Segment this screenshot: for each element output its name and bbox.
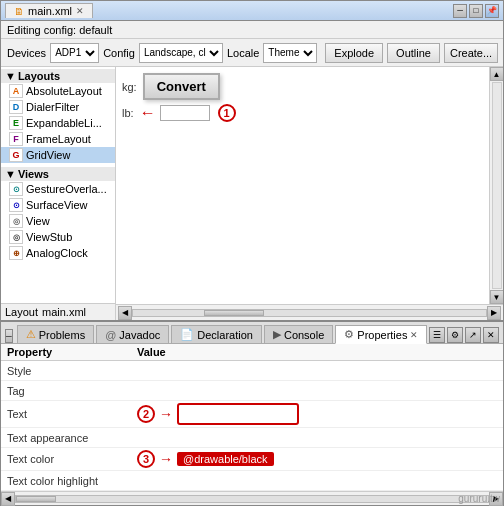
tab-ctrl-1[interactable]: ☰ <box>429 327 445 343</box>
textcolor-arrow-icon: → <box>159 451 173 467</box>
textcolorhighlight-prop-name: Text color highlight <box>7 475 137 487</box>
devices-label: Devices <box>7 47 46 59</box>
lb-annotation-row: ← 1 <box>140 104 236 122</box>
sidebar-item-analogclock[interactable]: ⊕ AnalogClock <box>1 245 115 261</box>
sidebar-item-gridview[interactable]: G GridView <box>1 147 115 163</box>
devices-select[interactable]: ADP1 <box>50 43 99 63</box>
text-prop-input[interactable] <box>183 406 293 422</box>
outline-button[interactable]: Outline <box>387 43 440 63</box>
text-prop-input-box <box>177 403 299 425</box>
tab-controls: ☰ ⚙ ↗ ✕ <box>429 327 499 343</box>
scroll-left-button[interactable]: ◀ <box>118 306 132 320</box>
viewstub-label: ViewStub <box>26 231 72 243</box>
framelayout-label: FrameLayout <box>26 133 91 145</box>
tab-declaration[interactable]: 📄 Declaration <box>171 325 262 343</box>
framelayout-icon: F <box>9 132 23 146</box>
lb-input[interactable] <box>160 105 210 121</box>
text-annotation-row: 2 → <box>137 403 299 425</box>
editor-content: kg: Convert lb: ← 1 <box>116 67 503 304</box>
gestureoverlay-label: GestureOverla... <box>26 183 107 195</box>
text-prop-name: Text <box>7 408 137 420</box>
annotation-3: 3 <box>137 450 155 468</box>
title-tab[interactable]: 🗎 main.xml ✕ <box>5 3 93 18</box>
collapse-icon: ▼ <box>5 70 16 82</box>
layout-footer-label: Layout <box>5 306 38 318</box>
sidebar-item-framelayout[interactable]: F FrameLayout <box>1 131 115 147</box>
sidebar-item-surfaceview[interactable]: ⊙ SurfaceView <box>1 197 115 213</box>
views-section: ▼ Views ⊙ GestureOverla... ⊙ SurfaceView… <box>1 165 115 263</box>
gridview-icon: G <box>9 148 23 162</box>
analogclock-icon: ⊕ <box>9 246 23 260</box>
console-tab-icon: ▶ <box>273 328 281 341</box>
views-header[interactable]: ▼ Views <box>1 167 115 181</box>
declaration-tab-icon: 📄 <box>180 328 194 341</box>
scroll-down-button[interactable]: ▼ <box>490 290 504 304</box>
vertical-scrollbar: ▲ ▼ <box>489 67 503 304</box>
editing-config-label: Editing config: default <box>7 24 112 36</box>
pin-button[interactable]: 📌 <box>485 4 499 18</box>
sidebar-item-absolutelayout[interactable]: A AbsoluteLayout <box>1 83 115 99</box>
javadoc-tab-icon: @ <box>105 329 116 341</box>
lb-row: lb: ← 1 <box>122 104 497 122</box>
textappearance-prop-name: Text appearance <box>7 432 137 444</box>
sidebar: ▼ Layouts A AbsoluteLayout D DialerFilte… <box>1 67 116 320</box>
scroll-track[interactable] <box>132 309 487 317</box>
declaration-tab-label: Declaration <box>197 329 253 341</box>
console-tab-label: Console <box>284 329 324 341</box>
tabs-bar: ─ ⚠ Problems @ Javadoc 📄 Declaration ▶ C… <box>1 322 503 344</box>
title-bar: 🗎 main.xml ✕ ─ □ 📌 <box>1 1 503 21</box>
horizontal-scrollbar: ◀ ▶ <box>116 304 503 320</box>
layout-footer-value: main.xml <box>42 306 86 318</box>
tab-properties[interactable]: ⚙ Properties ✕ <box>335 325 427 344</box>
tab-ctrl-3[interactable]: ↗ <box>465 327 481 343</box>
layouts-header[interactable]: ▼ Layouts <box>1 69 115 83</box>
scroll-right-button[interactable]: ▶ <box>487 306 501 320</box>
sidebar-item-view[interactable]: ◎ View <box>1 213 115 229</box>
annotation-1: 1 <box>218 104 236 122</box>
sidebar-item-gestureoverlay[interactable]: ⊙ GestureOverla... <box>1 181 115 197</box>
explode-button[interactable]: Explode <box>325 43 383 63</box>
layouts-label: Layouts <box>18 70 60 82</box>
property-col-header: Property <box>7 346 137 358</box>
watermark: gururu.tw <box>458 493 500 504</box>
create-button[interactable]: Create... <box>444 43 498 63</box>
tab-console[interactable]: ▶ Console <box>264 325 333 343</box>
scroll-up-button[interactable]: ▲ <box>490 67 504 81</box>
prop-scroll-left[interactable]: ◀ <box>1 492 15 506</box>
file-icon: 🗎 <box>14 6 24 17</box>
properties-tab-close[interactable]: ✕ <box>410 330 418 340</box>
tab-ctrl-4[interactable]: ✕ <box>483 327 499 343</box>
surfaceview-label: SurfaceView <box>26 199 88 211</box>
panel-minimize-button[interactable]: ─ <box>5 329 13 343</box>
locale-label: Locale <box>227 47 259 59</box>
maximize-button[interactable]: □ <box>469 4 483 18</box>
properties-rows: Style Tag Text 2 → <box>1 361 503 491</box>
theme-select[interactable]: Theme <box>263 43 317 63</box>
sidebar-footer: Layout main.xml <box>1 303 115 320</box>
main-area: ▼ Layouts A AbsoluteLayout D DialerFilte… <box>1 67 503 320</box>
config-select[interactable]: Landscape, cl <box>139 43 223 63</box>
sidebar-item-dialerfilter[interactable]: D DialerFilter <box>1 99 115 115</box>
tab-close-icon[interactable]: ✕ <box>76 6 84 16</box>
minimize-button[interactable]: ─ <box>453 4 467 18</box>
tab-ctrl-2[interactable]: ⚙ <box>447 327 463 343</box>
properties-tab-icon: ⚙ <box>344 328 354 341</box>
prop-row-text: Text 2 → <box>1 401 503 428</box>
dialerfilter-label: DialerFilter <box>26 101 79 113</box>
problems-tab-label: Problems <box>39 329 85 341</box>
sidebar-item-expandable[interactable]: E ExpandableLi... <box>1 115 115 131</box>
scroll-thumb[interactable] <box>204 310 264 316</box>
absolutelayout-label: AbsoluteLayout <box>26 85 102 97</box>
main-window: 🗎 main.xml ✕ ─ □ 📌 Editing config: defau… <box>0 0 504 506</box>
sidebar-item-viewstub[interactable]: ◎ ViewStub <box>1 229 115 245</box>
convert-button[interactable]: Convert <box>143 73 220 100</box>
value-col-header: Value <box>137 346 497 358</box>
properties-content: Property Value Style Tag Text <box>1 344 503 505</box>
editor-area: kg: Convert lb: ← 1 ◀ <box>116 67 503 320</box>
tab-problems[interactable]: ⚠ Problems <box>17 325 94 343</box>
view-icon: ◎ <box>9 214 23 228</box>
kg-row: kg: Convert <box>122 73 497 100</box>
tab-javadoc[interactable]: @ Javadoc <box>96 325 169 343</box>
bottom-panel: ─ ⚠ Problems @ Javadoc 📄 Declaration ▶ C… <box>1 320 503 505</box>
scroll-v-track[interactable] <box>492 82 502 289</box>
